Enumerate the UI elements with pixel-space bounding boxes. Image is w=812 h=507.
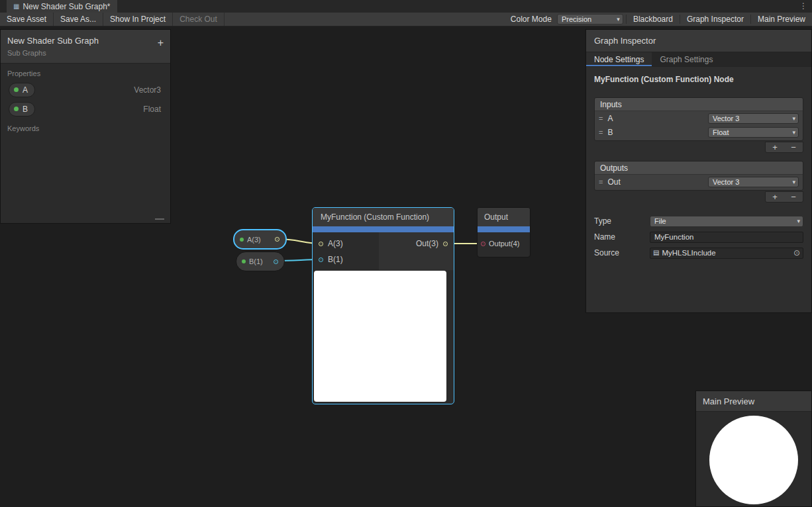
main-preview-panel: Main Preview <box>695 391 812 507</box>
output-node[interactable]: Output Output(4) <box>477 207 531 257</box>
remove-output-button[interactable]: − <box>784 192 803 202</box>
property-pill-a[interactable]: A <box>9 83 35 97</box>
add-property-button[interactable]: + <box>158 37 164 49</box>
input-port-row-a: A(3) <box>313 236 379 252</box>
resize-grip[interactable] <box>155 218 164 220</box>
node-settings-heading: MyFunction (Custom Function) Node <box>594 75 803 84</box>
inputs-list-row-b[interactable]: = B Float ▾ <box>595 125 803 139</box>
blackboard-subtitle: Sub Graphs <box>7 49 164 57</box>
drag-handle-icon[interactable]: = <box>599 115 603 122</box>
tab-graph-settings[interactable]: Graph Settings <box>652 52 721 66</box>
property-pill-b[interactable]: B <box>9 102 35 116</box>
output-ports-column: Out(3) <box>379 232 454 270</box>
outputs-list-header: Outputs <box>595 161 803 175</box>
output-node-port-row: Output(4) <box>478 236 530 252</box>
save-as-button[interactable]: Save As... <box>54 13 103 26</box>
dropdown-value: File <box>654 217 666 225</box>
dropdown-arrow-icon: ▾ <box>792 129 795 135</box>
tab-new-shader-sub-graph[interactable]: ▦ New Shader Sub Graph* <box>7 0 117 13</box>
type-label: Type <box>594 216 650 226</box>
input-row-name: A <box>607 114 613 123</box>
outputs-list-footer-wrap: + − <box>594 191 803 203</box>
main-preview-body[interactable] <box>696 412 811 506</box>
blackboard-property-row-a[interactable]: A Vector3 <box>1 80 170 99</box>
output-node-title[interactable]: Output <box>478 208 530 226</box>
dropdown-arrow-icon: ▾ <box>797 218 800 224</box>
property-node-a[interactable]: A(3) <box>233 229 287 250</box>
output4-port-label: Output(4) <box>489 240 519 248</box>
property-node-b-port-icon[interactable] <box>274 259 278 264</box>
add-output-button[interactable]: + <box>766 192 784 202</box>
output4-port-icon[interactable] <box>481 242 485 246</box>
asset-icon: ▤ <box>653 250 659 256</box>
myfunction-node-title[interactable]: MyFunction (Custom Function) <box>313 208 454 226</box>
input-a-type-dropdown[interactable]: Vector 3 ▾ <box>708 113 799 124</box>
property-node-a-port-icon[interactable] <box>275 237 279 242</box>
property-node-b[interactable]: B(1) <box>236 252 285 271</box>
drag-handle-icon[interactable]: = <box>599 128 603 136</box>
output-type-dropdown[interactable]: Vector 3 ▾ <box>708 177 799 187</box>
inputs-list: Inputs = A Vector 3 ▾ = B Float ▾ <box>594 97 803 141</box>
dropdown-arrow-icon: ▾ <box>792 179 795 185</box>
input-port-row-b: B(1) <box>313 252 379 267</box>
input-port-a-label: A(3) <box>328 239 343 248</box>
function-name-field[interactable] <box>650 232 803 243</box>
exposed-dot-icon <box>242 259 246 263</box>
shader-graph-window: MyFunction (Custom Function) A(3) B(1) O… <box>0 0 812 507</box>
outputs-list-footer: + − <box>765 191 803 203</box>
preview-sphere <box>709 416 798 504</box>
tab-node-settings[interactable]: Node Settings <box>586 52 652 66</box>
input-port-b-icon[interactable] <box>319 257 323 262</box>
myfunction-node[interactable]: MyFunction (Custom Function) A(3) B(1) O… <box>312 207 454 404</box>
properties-section-label: Properties <box>1 64 170 80</box>
property-type: Vector3 <box>134 85 161 95</box>
graph-inspector-panel: Graph Inspector Node Settings Graph Sett… <box>585 29 812 313</box>
add-input-button[interactable]: + <box>766 142 784 152</box>
main-preview-header[interactable]: Main Preview <box>696 391 811 412</box>
blackboard-toggle-button[interactable]: Blackboard <box>626 15 680 24</box>
precision-value: Precision <box>562 15 591 23</box>
tab-title: New Shader Sub Graph* <box>23 2 110 11</box>
keywords-section-label: Keywords <box>1 118 170 135</box>
exposed-dot-icon <box>240 238 244 242</box>
show-in-project-button[interactable]: Show In Project <box>103 13 173 26</box>
inputs-list-row-a[interactable]: = A Vector 3 ▾ <box>595 111 803 125</box>
input-b-type-dropdown[interactable]: Float ▾ <box>708 127 799 138</box>
color-mode-dropdown[interactable]: Color Mode <box>505 15 557 24</box>
input-port-a-icon[interactable] <box>319 242 323 246</box>
source-asset-name: MyHLSLInclude <box>662 249 715 257</box>
drag-handle-icon[interactable]: = <box>599 178 603 186</box>
blackboard-property-row-b[interactable]: B Float <box>1 99 170 118</box>
exposed-dot-icon <box>14 107 19 111</box>
remove-input-button[interactable]: − <box>784 142 803 152</box>
overflow-menu-icon[interactable]: ⋮ <box>799 1 807 11</box>
inputs-list-footer: + − <box>765 142 803 153</box>
input-ports-column: A(3) B(1) <box>313 232 379 270</box>
source-object-field[interactable]: ▤ MyHLSLInclude ⊙ <box>650 248 803 259</box>
inspector-tabs: Node Settings Graph Settings <box>586 52 811 67</box>
dropdown-value: Vector 3 <box>713 178 739 186</box>
toolbar-right-group: Color Mode Precision ▾ Blackboard Graph … <box>505 13 812 26</box>
save-asset-button[interactable]: Save Asset <box>0 13 54 26</box>
dropdown-arrow-icon: ▾ <box>792 115 795 121</box>
name-label: Name <box>594 232 650 242</box>
outputs-list-row-out[interactable]: = Out Vector 3 ▾ <box>595 175 803 189</box>
output-port-icon[interactable] <box>443 242 448 246</box>
main-preview-toggle-button[interactable]: Main Preview <box>750 15 812 24</box>
input-port-b-label: B(1) <box>328 255 343 264</box>
node-ports-area: A(3) B(1) Out(3) <box>313 232 454 270</box>
input-row-name: B <box>607 128 613 137</box>
shader-graph-icon: ▦ <box>13 3 19 10</box>
inspector-body: MyFunction (Custom Function) Node Inputs… <box>586 67 811 268</box>
graph-inspector-header[interactable]: Graph Inspector <box>586 30 811 52</box>
outputs-list: Outputs = Out Vector 3 ▾ <box>594 161 803 191</box>
blackboard-panel: New Shader Sub Graph Sub Graphs + Proper… <box>0 29 171 224</box>
object-picker-icon[interactable]: ⊙ <box>793 249 800 257</box>
type-dropdown[interactable]: File ▾ <box>650 216 803 227</box>
precision-dropdown[interactable]: Precision ▾ <box>557 14 623 24</box>
property-node-b-label: B(1) <box>249 257 263 265</box>
blackboard-title: New Shader Sub Graph <box>7 36 164 46</box>
graph-inspector-toggle-button[interactable]: Graph Inspector <box>680 15 750 24</box>
node-preview <box>314 271 446 402</box>
blackboard-header[interactable]: New Shader Sub Graph Sub Graphs + <box>1 30 170 64</box>
